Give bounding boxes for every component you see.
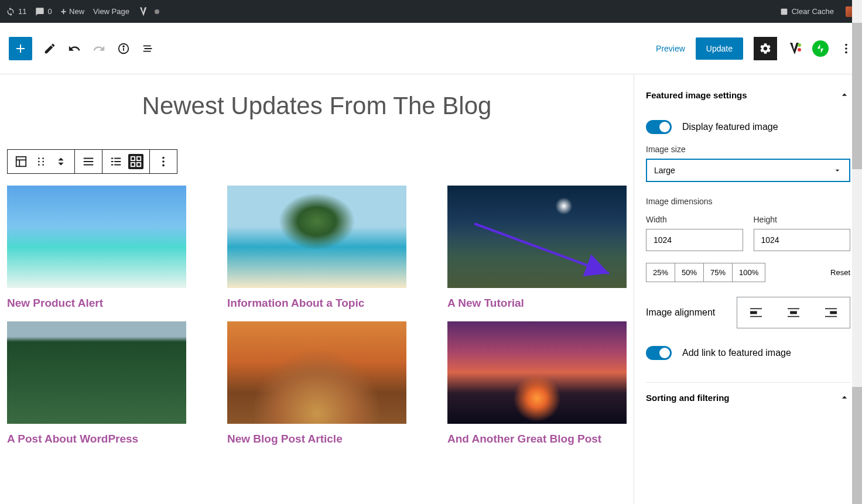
svg-rect-34 <box>825 316 837 317</box>
editor-toolbar: Preview Update <box>0 23 862 74</box>
page-title[interactable]: Newest Updates From The Blog <box>7 92 627 120</box>
admin-view-page[interactable]: View Page <box>93 7 129 16</box>
redo-button[interactable] <box>92 42 106 56</box>
admin-updates[interactable]: 11 <box>6 7 26 16</box>
block-type-button[interactable] <box>13 154 29 169</box>
svg-rect-30 <box>790 311 797 314</box>
svg-point-6 <box>845 43 847 46</box>
yoast-colored-icon <box>788 42 802 56</box>
list-view-button[interactable] <box>108 154 124 169</box>
align-center-button[interactable] <box>775 297 812 328</box>
refresh-icon <box>6 7 15 16</box>
editor-canvas: Newest Updates From The Blog New Product… <box>0 74 634 504</box>
post-card[interactable]: A New Tutorial <box>447 186 627 310</box>
admin-comments[interactable]: 0 <box>35 7 52 16</box>
width-label: Width <box>646 215 743 224</box>
chevron-updown-icon <box>54 155 67 168</box>
post-title[interactable]: New Product Alert <box>7 297 186 310</box>
kebab-icon <box>840 42 853 55</box>
post-thumbnail <box>7 321 186 424</box>
svg-point-24 <box>162 164 165 167</box>
post-title[interactable]: Information About a Topic <box>227 297 406 310</box>
post-title[interactable]: And Another Great Blog Post <box>447 433 627 445</box>
move-up-down[interactable] <box>53 154 69 169</box>
update-button[interactable]: Update <box>696 37 743 60</box>
chevron-up-icon <box>839 89 850 101</box>
list-icon <box>142 42 155 55</box>
align-button[interactable] <box>81 154 96 169</box>
svg-point-8 <box>845 51 847 53</box>
svg-rect-19 <box>137 157 141 160</box>
add-block-button[interactable] <box>9 37 32 60</box>
post-card[interactable]: A Post About WordPress <box>7 321 186 445</box>
jetpack-button[interactable] <box>812 40 829 57</box>
height-input[interactable] <box>754 229 851 251</box>
new-label: New <box>69 7 84 16</box>
preview-link[interactable]: Preview <box>656 44 685 53</box>
add-link-label: Add link to featured image <box>682 348 791 358</box>
block-toolbar <box>7 149 177 174</box>
svg-rect-29 <box>788 308 799 310</box>
grid-view-button[interactable] <box>128 154 143 169</box>
percent-button[interactable]: 50% <box>675 263 704 282</box>
svg-rect-0 <box>781 8 787 15</box>
more-options-button[interactable] <box>839 42 853 56</box>
admin-clear-cache[interactable]: Clear Cache <box>779 7 834 16</box>
svg-point-13 <box>38 161 40 163</box>
svg-rect-9 <box>16 157 26 167</box>
svg-point-7 <box>845 47 847 50</box>
yoast-sidebar-button[interactable] <box>788 42 802 56</box>
post-card[interactable]: New Product Alert <box>7 186 186 310</box>
info-button[interactable] <box>117 42 131 56</box>
align-center-icon <box>788 308 799 317</box>
settings-button[interactable] <box>754 37 777 60</box>
post-card[interactable]: Information About a Topic <box>227 186 406 310</box>
post-thumbnail <box>227 186 406 288</box>
svg-rect-20 <box>131 163 135 166</box>
post-thumbnail <box>447 186 627 288</box>
percent-button[interactable]: 25% <box>646 263 675 282</box>
edit-tool-button[interactable] <box>43 42 57 56</box>
sorting-filtering-panel-header[interactable]: Sorting and filtering <box>646 382 850 412</box>
height-label: Height <box>754 215 851 224</box>
pencil-icon <box>43 42 56 55</box>
admin-yoast[interactable] <box>138 6 159 17</box>
block-more-button[interactable] <box>156 154 171 169</box>
svg-rect-28 <box>750 316 762 317</box>
post-card[interactable]: And Another Great Blog Post <box>447 321 627 445</box>
featured-image-panel-header[interactable]: Featured image settings <box>646 86 850 109</box>
post-title[interactable]: A New Tutorial <box>447 297 627 310</box>
reset-button[interactable]: Reset <box>830 268 850 277</box>
post-thumbnail <box>227 321 406 424</box>
svg-point-23 <box>162 160 165 163</box>
status-dot-icon <box>155 9 159 14</box>
image-size-select[interactable]: Large <box>646 159 850 182</box>
add-link-toggle[interactable] <box>646 346 672 360</box>
display-featured-toggle[interactable] <box>646 120 672 134</box>
list-view-icon <box>110 155 122 168</box>
outline-button[interactable] <box>141 42 155 56</box>
percent-button[interactable]: 75% <box>704 263 733 282</box>
window-scrollbar[interactable] <box>852 0 862 504</box>
image-size-label: Image size <box>646 145 850 154</box>
percent-button[interactable]: 100% <box>733 263 765 282</box>
settings-sidebar: Featured image settings Display featured… <box>634 74 862 504</box>
redo-icon <box>93 42 105 55</box>
svg-point-14 <box>38 164 40 166</box>
display-featured-label: Display featured image <box>682 122 778 132</box>
svg-rect-18 <box>131 157 135 160</box>
plus-icon <box>13 42 28 56</box>
admin-new[interactable]: + New <box>61 6 84 17</box>
undo-button[interactable] <box>67 42 81 56</box>
post-title[interactable]: New Blog Post Article <box>227 433 406 445</box>
svg-point-17 <box>42 164 44 166</box>
align-right-button[interactable] <box>812 297 850 328</box>
post-title[interactable]: A Post About WordPress <box>7 433 186 445</box>
align-left-button[interactable] <box>737 297 775 328</box>
post-card[interactable]: New Blog Post Article <box>227 321 406 445</box>
drag-handle[interactable] <box>33 154 49 169</box>
svg-rect-21 <box>137 163 141 166</box>
svg-rect-26 <box>750 308 762 310</box>
width-input[interactable] <box>646 229 743 251</box>
gear-icon <box>759 42 772 55</box>
